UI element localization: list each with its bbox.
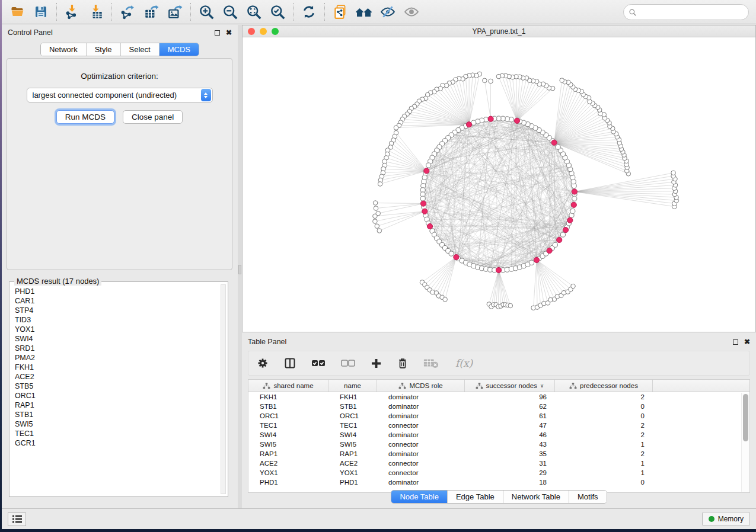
tab-node-table[interactable]: Node Table [391,491,447,503]
refresh-button[interactable] [299,2,319,22]
deselect-all-button[interactable] [341,358,355,368]
mcds-hub-node[interactable] [422,209,428,214]
search-box[interactable] [623,4,749,20]
vertical-splitter[interactable] [238,25,242,508]
mcds-hub-node[interactable] [488,116,493,121]
column-header-shared-name[interactable]: shared name [248,380,328,392]
network-node[interactable] [508,303,513,308]
network-node[interactable] [374,206,378,211]
tab-style[interactable]: Style [86,43,120,56]
tab-mcds[interactable]: MCDS [159,43,199,56]
network-node[interactable] [529,260,534,265]
save-button[interactable] [31,2,51,22]
table-row[interactable]: STB1STB1dominator620 [248,402,749,411]
table-row[interactable]: YOX1YOX1connector291 [248,468,749,477]
optimization-select[interactable]: largest connected component (undirected) [27,88,213,102]
task-history-button[interactable] [8,512,26,526]
table-row[interactable]: RAP1RAP1dominator352 [248,449,749,459]
network-node[interactable] [556,145,560,149]
tab-edge-table[interactable]: Edge Table [447,491,503,503]
column-header-predecessor-nodes[interactable]: predecessor nodes [555,380,653,392]
mcds-hub-node[interactable] [534,257,539,262]
network-node[interactable] [671,171,676,175]
mcds-hub-node[interactable] [424,168,429,174]
table-row[interactable]: FKH1FKH1dominator962 [248,392,749,402]
mcds-node-item[interactable]: TEC1 [12,429,219,438]
mcds-node-item[interactable]: ORC1 [12,391,219,400]
mcds-node-item[interactable]: RAP1 [12,400,219,410]
table-row[interactable]: ORC1ORC1dominator610 [248,411,749,421]
network-node[interactable] [553,242,557,247]
network-node[interactable] [483,78,487,83]
table-scrollbar-thumb[interactable] [743,394,748,441]
run-mcds-button[interactable]: Run MCDS [56,110,114,124]
network-node[interactable] [570,209,575,213]
tab-motifs[interactable]: Motifs [569,491,607,503]
network-node[interactable] [426,163,431,168]
network-node[interactable] [375,224,379,229]
mcds-hub-node[interactable] [420,201,426,206]
mcds-hub-node[interactable] [557,237,562,242]
mcds-hub-node[interactable] [547,248,552,254]
splitter-grip[interactable] [238,265,241,274]
trash-button[interactable] [397,357,408,369]
mcds-hub-node[interactable] [496,267,501,273]
open-button[interactable] [7,2,27,22]
search-input[interactable] [637,8,738,17]
table-row[interactable]: ACE2ACE2connector311 [248,459,749,468]
mcds-hub-node[interactable] [563,227,568,233]
mcds-node-item[interactable]: STP4 [12,306,219,315]
zoom-in-button[interactable] [196,2,216,22]
network-node[interactable] [489,79,493,84]
mcds-hub-node[interactable] [567,217,573,223]
hide-selected-button[interactable] [378,2,398,22]
export-table-button[interactable] [141,2,161,22]
network-node[interactable] [394,126,398,130]
table-scrollbar[interactable] [741,393,749,492]
column-header-MCDS-role[interactable]: MCDS role [377,380,465,392]
network-node[interactable] [378,182,382,187]
mcds-node-item[interactable]: SWI5 [12,419,219,429]
mcds-node-item[interactable]: STB1 [12,410,219,419]
mcds-node-item[interactable]: CAR1 [12,296,219,306]
mcds-hub-node[interactable] [571,202,576,207]
zoom-fit-button[interactable] [244,2,264,22]
tab-network[interactable]: Network [41,43,86,56]
import-table-button[interactable] [86,2,106,22]
close-table-panel-icon[interactable]: ✖ [744,339,750,345]
network-node[interactable] [373,219,378,224]
network-node[interactable] [560,232,565,237]
network-node[interactable] [560,78,564,83]
mcds-node-item[interactable]: PMA2 [12,353,219,363]
tab-network-table[interactable]: Network Table [503,491,569,503]
table-row[interactable]: SWI4SWI4dominator462 [248,430,749,440]
export-network-button[interactable] [117,2,138,22]
network-node[interactable] [449,251,454,256]
network-node[interactable] [572,196,577,201]
network-node[interactable] [373,214,378,219]
mcds-node-item[interactable]: PHD1 [12,287,219,296]
mcds-node-item[interactable]: ACE2 [12,372,219,382]
network-titlebar[interactable]: YPA_prune.txt_1 [243,25,755,37]
network-node[interactable] [496,74,501,79]
table-row[interactable]: SWI5SWI5connector431 [248,440,749,449]
mcds-node-item[interactable]: SWI4 [12,334,219,344]
mcds-result-list[interactable]: PHD1CAR1STP4TID3YOX1SWI4SRD1PMA2FKH1ACE2… [12,284,219,494]
zoom-selected-button[interactable] [267,2,288,22]
export-document-button[interactable] [330,2,350,22]
close-panel-button[interactable]: Close panel [123,110,183,124]
mcds-node-item[interactable]: SRD1 [12,344,219,353]
mcds-hub-node[interactable] [466,122,471,127]
column-header-name[interactable]: name [328,380,377,392]
table-row[interactable]: PHD1PHD1dominator180 [248,477,749,487]
mcds-node-item[interactable]: GCR1 [12,438,219,448]
mcds-hub-node[interactable] [454,255,459,260]
export-image-button[interactable] [165,2,185,22]
network-node[interactable] [571,284,576,289]
network-node[interactable] [377,229,382,233]
tab-select[interactable]: Select [120,43,159,56]
columns-button[interactable] [284,357,296,369]
close-panel-icon[interactable]: ✖ [226,30,232,36]
network-canvas[interactable] [243,38,755,332]
gear-button[interactable] [257,357,269,369]
